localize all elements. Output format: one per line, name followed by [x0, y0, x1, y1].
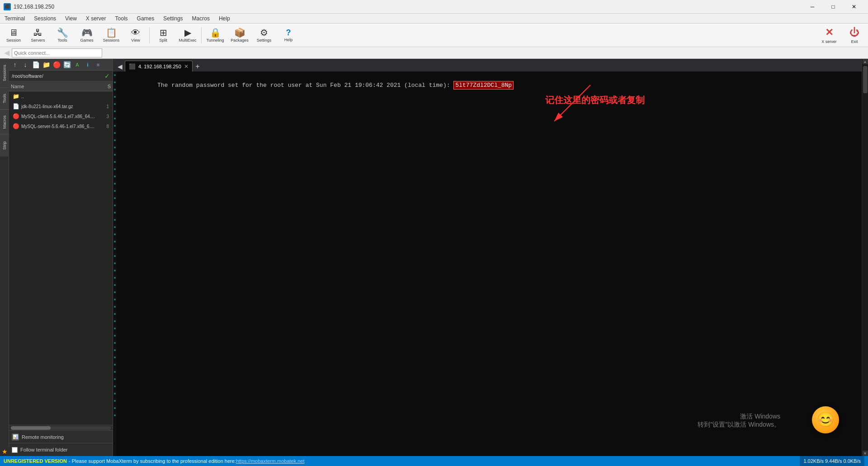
menu-settings[interactable]: Settings	[159, 14, 187, 23]
scrollbar-thumb[interactable]	[863, 66, 868, 93]
fb-up-btn[interactable]: ↑	[10, 60, 20, 70]
toolbar-separator-2	[201, 27, 202, 43]
terminal-content[interactable]: The random password set for the root use…	[113, 71, 862, 456]
cursor-dot	[114, 328, 116, 329]
toolbar-session-label: Session	[6, 38, 21, 43]
menu-view[interactable]: View	[61, 14, 81, 23]
close-button[interactable]: ✕	[844, 0, 864, 14]
fb-info-btn[interactable]: i	[83, 60, 93, 70]
fb-hidden-btn[interactable]: ≡	[93, 60, 103, 70]
toolbar-help[interactable]: ? Help	[277, 24, 300, 46]
exit-icon: ⏻	[849, 27, 859, 38]
edge-star[interactable]: ★	[0, 447, 9, 456]
toolbar-help-label: Help	[284, 38, 293, 42]
annotation-text: 记住这里的密码或者复制	[545, 95, 645, 106]
cursor-dot	[114, 385, 116, 387]
follow-folder-checkbox[interactable]	[12, 447, 18, 453]
packages-icon: 📦	[234, 28, 245, 37]
fb-scrollbar[interactable]	[9, 425, 113, 430]
terminal-area: ◀ ⬛ 4. 192.168.198.250 ✕ +	[113, 59, 862, 456]
collapse-sidebar-btn[interactable]: ◀	[2, 48, 12, 58]
scrollbar-thumb[interactable]	[11, 426, 51, 430]
fb-new-file-btn[interactable]: 📄	[31, 60, 41, 70]
cursor-dot	[114, 277, 116, 279]
tab-nav-left[interactable]: ◀	[115, 62, 125, 71]
monitoring-icon: 📊	[12, 433, 19, 441]
edge-tab-macros[interactable]: Macros	[0, 109, 9, 134]
cursor-dot	[114, 291, 116, 293]
toolbar-games[interactable]: 🎮 Games	[75, 24, 99, 46]
toolbar-multiexec-label: MultiExec	[179, 38, 196, 43]
file-size: 8	[106, 124, 109, 129]
maximize-button[interactable]: □	[823, 0, 844, 14]
menu-bar: Terminal Sessions View X server Tools Ga…	[0, 14, 868, 24]
toolbar-tools[interactable]: 🔧 Tools	[51, 24, 74, 46]
edge-tab-tools[interactable]: Tools	[0, 87, 9, 109]
main-layout: Sessions Tools Macros Strip ★ ↑ ↓ 📄 📁 🔴 …	[0, 59, 868, 456]
file-list-header: Name S	[9, 81, 113, 91]
terminal-tab[interactable]: ⬛ 4. 192.168.198.250 ✕	[125, 61, 193, 71]
status-right: 1.02KB/s 9.44B/s 0.0KB/s	[800, 456, 864, 466]
cursor-dot	[114, 154, 116, 156]
toolbar-view[interactable]: 👁 View	[124, 24, 147, 46]
toolbar-settings[interactable]: ⚙ Settings	[252, 24, 276, 46]
servers-icon: 🖧	[33, 28, 42, 37]
toolbar-tunneling[interactable]: 🔒 Tunneling	[203, 24, 227, 46]
toolbar-exit[interactable]: ⏻ Exit	[843, 24, 866, 46]
toolbar-servers[interactable]: 🖧 Servers	[26, 24, 50, 46]
tab-bar: ◀ ⬛ 4. 192.168.198.250 ✕ +	[113, 59, 862, 71]
cursor-dot	[114, 176, 116, 177]
status-speed[interactable]: 1.02KB/s 9.44B/s 0.0KB/s	[800, 456, 864, 466]
quick-connect-bar: ◀	[0, 47, 868, 59]
help-icon: ?	[286, 29, 291, 37]
menu-sessions[interactable]: Sessions	[29, 14, 61, 23]
cursor-dot	[114, 226, 116, 228]
menu-xserver[interactable]: X server	[81, 14, 111, 23]
menu-macros[interactable]: Macros	[188, 14, 214, 23]
terminal-output: The random password set for the root use…	[122, 73, 858, 98]
fb-refresh-btn[interactable]: 🔄	[62, 60, 72, 70]
toolbar-packages[interactable]: 📦 Packages	[228, 24, 251, 46]
minimize-button[interactable]: ─	[802, 0, 823, 14]
file-name: MySQL-server-5.6.46-1.el7.x86_6....	[21, 124, 94, 129]
scrollbar-down-btn[interactable]: ▼	[863, 451, 868, 456]
file-browser-toolbar: ↑ ↓ 📄 📁 🔴 🔄 A i ≡	[9, 59, 113, 71]
edge-tab-sessions[interactable]: Sessions	[0, 59, 9, 87]
terminal-text-prefix: The random password set for the root use…	[157, 82, 453, 89]
terminal-scrollbar[interactable]: ▲ ▼	[862, 59, 868, 456]
quick-connect-input[interactable]	[12, 48, 102, 57]
status-link[interactable]: https://mobaxterm.mobatek.net	[236, 458, 305, 464]
menu-tools[interactable]: Tools	[111, 14, 132, 23]
menu-help[interactable]: Help	[214, 14, 235, 23]
toolbar-session[interactable]: 🖥 Session	[2, 24, 25, 46]
file-list: 📁 .. 📄 jdk-8u221-linux-x64.tar.gz 1 🔴 My…	[9, 91, 113, 425]
edge-tab-spacer	[0, 157, 9, 447]
toolbar-multiexec[interactable]: ▶ MultiExec	[176, 24, 199, 46]
mysql-icon: 🔴	[13, 123, 19, 129]
file-item[interactable]: 🔴 MySQL-client-5.6.46-1.el7.x86_64.... 3	[9, 111, 113, 121]
fb-delete-btn[interactable]: 🔴	[52, 60, 61, 70]
fb-filter-btn[interactable]: A	[72, 60, 82, 70]
follow-folder[interactable]: Follow terminal folder	[9, 443, 113, 456]
toolbar-sessions[interactable]: 📋 Sessions	[99, 24, 123, 46]
path-check-icon: ✓	[104, 72, 110, 80]
col-name: Name	[11, 84, 24, 89]
menu-terminal[interactable]: Terminal	[0, 14, 29, 23]
file-item[interactable]: 📄 jdk-8u221-linux-x64.tar.gz 1	[9, 101, 113, 111]
mascot-body: 😊	[812, 406, 839, 433]
menu-games[interactable]: Games	[132, 14, 159, 23]
fb-download-btn[interactable]: ↓	[20, 60, 30, 70]
fb-new-folder-btn[interactable]: 📁	[41, 60, 51, 70]
file-item[interactable]: 📁 ..	[9, 91, 113, 101]
remote-monitoring[interactable]: 📊 Remote monitoring	[9, 431, 113, 443]
file-item[interactable]: 🔴 MySQL-server-5.6.46-1.el7.x86_6.... 8	[9, 121, 113, 131]
terminal-password: 5lt77Zdl2DCl_8Np	[453, 81, 514, 90]
tab-add-btn[interactable]: +	[193, 62, 203, 71]
toolbar-xserver[interactable]: ✕ X server	[817, 24, 841, 46]
tab-close-btn[interactable]: ✕	[184, 63, 189, 70]
file-name: ..	[21, 94, 24, 99]
scrollbar-up-btn[interactable]: ▲	[863, 59, 868, 64]
toolbar-split[interactable]: ⊞ Split	[151, 24, 175, 46]
edge-tab-strip[interactable]: Strip	[0, 134, 9, 157]
cursor-dot	[114, 313, 116, 315]
